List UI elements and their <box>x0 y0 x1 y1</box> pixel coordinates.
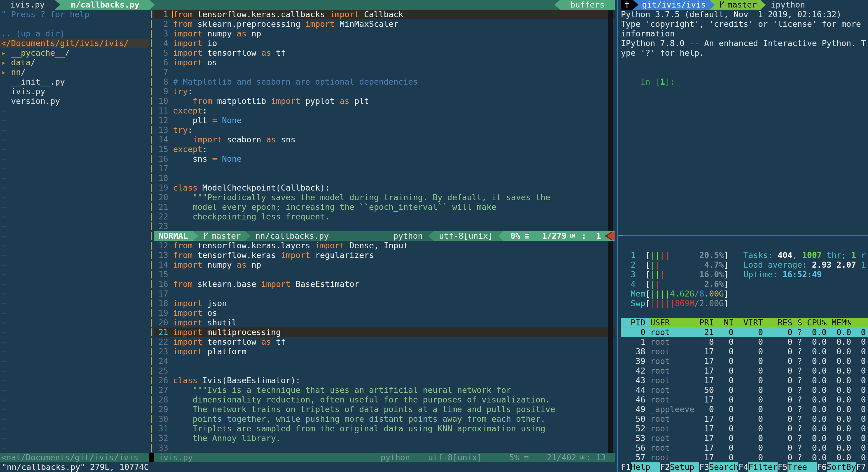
line-number: 5 <box>154 48 168 58</box>
code-line-26[interactable]: 26class Ivis(BaseEstimator): <box>0 376 615 385</box>
process-row-52[interactable]: 52 root 17 0 0 0 ? 0.0 0.0 0 <box>621 424 868 434</box>
code-line-17[interactable]: 17 <box>0 289 615 299</box>
code-line-19[interactable]: 19class ModelCheckpoint(Callback): <box>0 183 615 193</box>
process-row-49[interactable]: 49 _appleeve 0 0 0 0 ? 0.0 0.0 0 <box>621 405 868 414</box>
code-line-15[interactable]: 15except: <box>0 144 615 154</box>
filetype: python <box>381 453 410 462</box>
process-row-43[interactable]: 43 root 17 0 0 0 ? 0.0 0.0 0 <box>621 376 868 385</box>
process-row-53[interactable]: 53 root 17 0 0 0 ? 0.0 0.0 0 <box>621 434 868 443</box>
process-row-38[interactable]: 38 root 17 0 0 0 ? 0.0 0.0 0 <box>621 347 868 357</box>
line-number: 29 <box>154 405 168 414</box>
code-line-20[interactable]: 20import shutil <box>0 318 615 328</box>
fkey-label-F6[interactable]: SortBy <box>827 462 856 472</box>
process-row-0[interactable]: 0 root 21 0 0 0 ? 0.0 0.0 0 <box>621 328 868 337</box>
code-line-33[interactable]: 33 <box>0 443 615 453</box>
code-line-3[interactable]: 3import numpy as np <box>0 29 615 38</box>
fkey-F3[interactable]: F3 <box>699 462 709 472</box>
process-row-44[interactable]: 44 root 50 0 0 0 ? 0.0 0.0 0 <box>621 385 868 395</box>
process-row-1[interactable]: 1 root 8 0 0 0 ? 0.0 0.0 0 <box>621 337 868 347</box>
ipython-prompt[interactable]: In [1]: <box>621 67 675 96</box>
code-line-10[interactable]: 10 from matplotlib import pyplot as plt <box>0 96 615 106</box>
code-line-16[interactable]: 16 sns = None <box>0 154 615 164</box>
code-line-21[interactable]: 21import multiprocessing <box>0 328 615 337</box>
code-line-11[interactable]: 11except: <box>0 106 615 115</box>
fkey-label-F4[interactable]: Filter <box>748 462 778 472</box>
code-line-17[interactable]: 17 <box>0 164 615 173</box>
code-line-28[interactable]: 28 dimensionality reduction, often usefu… <box>0 395 615 405</box>
ipython-banner-line: IPython 7.8.0 -- An enhanced Interactive… <box>621 38 868 48</box>
fkey-label-F5[interactable]: Tree <box>787 462 817 472</box>
code-line-1[interactable]: 1from tensorflow.keras.callbacks import … <box>0 10 615 19</box>
prompt-label: In <box>641 77 650 87</box>
process-row-50[interactable]: 50 root 17 0 0 0 ? 0.0 0.0 0 <box>621 414 868 424</box>
fkey-label-F1[interactable]: Help <box>631 462 660 472</box>
code-line-6[interactable]: 6import os <box>0 58 615 67</box>
code-line-29[interactable]: 29 The network trains on triplets of dat… <box>0 405 615 414</box>
line-number: 22 <box>154 212 168 222</box>
code-line-21[interactable]: 21 model every epoch; increasing the ``e… <box>0 202 615 212</box>
code-line-23[interactable]: 23import platform <box>0 347 615 357</box>
git-branch-icon <box>718 1 725 9</box>
code-line-31[interactable]: 31 Triplets are sampled from the origina… <box>0 424 615 434</box>
process-row-39[interactable]: 39 root 17 0 0 0 ? 0.0 0.0 0 <box>621 357 868 366</box>
code-line-20[interactable]: 20 """Periodically saves the model durin… <box>0 193 615 202</box>
meter-row: 1 [|||| 20.5%] Tasks: 404, 1007 thr; 1 r <box>621 250 868 260</box>
code-line-7[interactable]: 7 <box>0 67 615 77</box>
process-row-42[interactable]: 42 root 17 0 0 0 ? 0.0 0.0 0 <box>621 366 868 376</box>
code-line-13[interactable]: 13try: <box>0 125 615 135</box>
code-line-14[interactable]: 14import numpy as np <box>0 260 615 270</box>
code-line-24[interactable]: 24 <box>0 357 615 366</box>
code-line-23[interactable]: 23 <box>0 222 615 231</box>
colorcolumn <box>608 10 613 231</box>
column-headers[interactable]: USER PRI NI VIRT RES S CPU% MEM% <box>650 318 866 327</box>
buffers-button[interactable]: buffers <box>560 0 615 10</box>
ipython-pane[interactable]: † git/ivis/ivis master ipython Python 3.… <box>621 0 868 235</box>
code-line-12[interactable]: 12from tensorflow.keras.layers import De… <box>0 241 615 250</box>
code-line-5[interactable]: 5import tensorflow as tf <box>0 48 615 58</box>
column-header-pid[interactable]: PID <box>621 318 650 327</box>
process-table-header[interactable]: PID USER PRI NI VIRT RES S CPU% MEM% <box>621 318 868 328</box>
code-line-13[interactable]: 13from tensorflow.keras import regulariz… <box>0 250 615 260</box>
code-line-22[interactable]: 22 checkpointing less frequent. <box>0 212 615 222</box>
code-line-32[interactable]: 32 the Annoy library. <box>0 434 615 443</box>
code-line-2[interactable]: 2from sklearn.preprocessing import MinMa… <box>0 19 615 29</box>
code-line-9[interactable]: 9try: <box>0 87 615 96</box>
code-line-22[interactable]: 22import tensorflow as tf <box>0 337 615 347</box>
code-line-18[interactable]: 18 <box>0 173 615 183</box>
line-number: 21 <box>154 328 168 337</box>
tmux-vertical-border[interactable] <box>617 0 618 472</box>
code-line-14[interactable]: 14 import seaborn as sns <box>0 135 615 144</box>
code-text: import numpy as np <box>173 260 261 270</box>
process-row-46[interactable]: 46 root 17 0 0 0 ? 0.0 0.0 0 <box>621 395 868 405</box>
fkey-F4[interactable]: F4 <box>738 462 748 472</box>
code-text: class Ivis(BaseEstimator): <box>173 376 301 385</box>
fkey-F7[interactable]: F7 <box>856 462 866 472</box>
tmux-horizontal-border[interactable] <box>618 235 868 236</box>
htop-pane[interactable]: 1 [|||| 20.5%] Tasks: 404, 1007 thr; 1 r… <box>621 241 868 472</box>
fkey-F5[interactable]: F5 <box>778 462 787 472</box>
line-number: 15 <box>154 144 168 154</box>
code-line-4[interactable]: 4import io <box>0 38 615 48</box>
ipython-banner-line: ype '?' for help. <box>621 48 868 58</box>
code-line-12[interactable]: 12 plt = None <box>0 115 615 125</box>
process-row-56[interactable]: 56 root 17 0 0 0 ? 0.0 0.0 0 <box>621 443 868 453</box>
encoding: utf-8[unix] <box>434 231 498 241</box>
tab-chevron-icon <box>150 0 155 10</box>
fkey-label-F3[interactable]: Search <box>709 462 739 472</box>
code-line-15[interactable]: 15 <box>0 270 615 279</box>
fkey-F2[interactable]: F2 <box>660 462 670 472</box>
code-line-25[interactable]: 25 <box>0 366 615 376</box>
fkey-label-F2[interactable]: Setup <box>670 462 700 472</box>
code-line-27[interactable]: 27 """Ivis is a technique that uses an a… <box>0 385 615 395</box>
process-row-57[interactable]: 57 root 17 0 0 0 ? 0.0 0.0 0 <box>621 453 868 462</box>
code-line-19[interactable]: 19import os <box>0 308 615 318</box>
code-line-16[interactable]: 16from sklearn.base import BaseEstimator <box>0 279 615 289</box>
line-number: 14 <box>154 260 168 270</box>
filename: ivis.py <box>154 453 193 462</box>
fkey-F6[interactable]: F6 <box>817 462 827 472</box>
code-line-30[interactable]: 30 points together, while pushing more d… <box>0 414 615 424</box>
code-line-18[interactable]: 18import json <box>0 299 615 308</box>
fkey-F1[interactable]: F1 <box>621 462 631 472</box>
code-line-8[interactable]: 8# Matplotlib and seaborn are optional d… <box>0 77 615 87</box>
code-text: Triplets are sampled from the original d… <box>173 424 545 434</box>
